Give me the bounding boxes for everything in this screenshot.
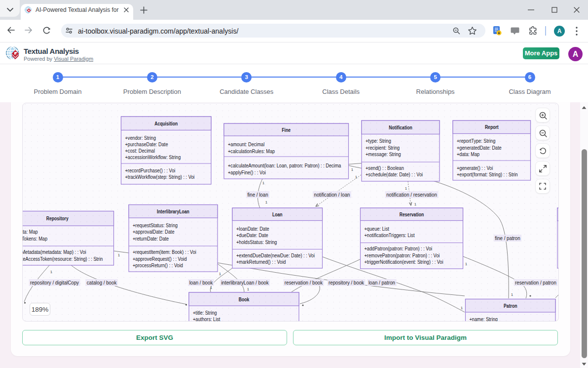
- svg-text:repository / book: repository / book: [329, 280, 364, 286]
- svg-text:1: 1: [247, 287, 250, 291]
- svg-text:1: 1: [461, 306, 463, 310]
- svg-text:reservation / book: reservation / book: [285, 280, 323, 286]
- svg-text:1: 1: [118, 253, 120, 257]
- svg-text:interlibraryLoan / book: interlibraryLoan / book: [221, 280, 269, 286]
- svg-text:notification / loan: notification / loan: [314, 192, 350, 198]
- svg-text:reservation / patron: reservation / patron: [515, 280, 556, 286]
- svg-text:fine / patron: fine / patron: [495, 235, 520, 241]
- svg-text:1: 1: [351, 167, 354, 172]
- svg-text:loan / patron: loan / patron: [368, 280, 395, 286]
- svg-text:1: 1: [210, 286, 213, 290]
- svg-text:1: 1: [265, 200, 268, 204]
- svg-text:1: 1: [262, 181, 265, 185]
- svg-text:repository / digitalCopy: repository / digitalCopy: [30, 280, 79, 286]
- svg-text:loan / book: loan / book: [189, 280, 213, 286]
- svg-text:1: 1: [465, 262, 468, 266]
- svg-text:1: 1: [405, 186, 407, 191]
- svg-text:1: 1: [219, 272, 221, 276]
- svg-text:catalog / book: catalog / book: [87, 280, 117, 286]
- svg-text:1: 1: [355, 175, 358, 179]
- svg-text:1: 1: [414, 202, 417, 206]
- svg-text:notification / reservation: notification / reservation: [386, 192, 437, 198]
- svg-text:1: 1: [511, 292, 514, 297]
- svg-text:fine / loan: fine / loan: [247, 192, 268, 198]
- svg-text:1: 1: [50, 270, 53, 274]
